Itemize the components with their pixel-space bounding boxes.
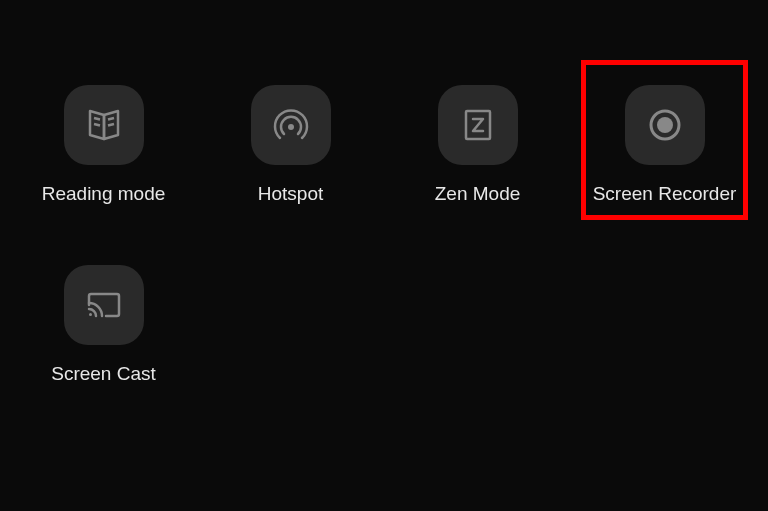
svg-point-8 [89,313,92,316]
svg-line-1 [94,124,100,126]
svg-point-7 [657,117,673,133]
zen-mode-icon [461,108,495,142]
quick-settings-panel: Reading mode Hotspot [0,0,768,385]
svg-line-0 [94,118,100,120]
tile-hotspot: Hotspot [197,85,384,205]
reading-mode-button[interactable] [64,85,144,165]
svg-point-4 [288,124,294,130]
tile-reading-mode: Reading mode [10,85,197,205]
tile-label: Hotspot [258,183,323,205]
screen-cast-icon [84,285,124,325]
tile-label: Zen Mode [435,183,521,205]
tile-screen-cast: Screen Cast [10,265,197,385]
hotspot-button[interactable] [251,85,331,165]
screen-recorder-icon [645,105,685,145]
hotspot-icon [271,105,311,145]
tile-screen-recorder: Screen Recorder [571,85,758,205]
svg-line-2 [108,118,114,120]
tile-label: Screen Cast [51,363,156,385]
svg-line-3 [108,124,114,126]
zen-mode-button[interactable] [438,85,518,165]
screen-recorder-button[interactable] [625,85,705,165]
tile-zen-mode: Zen Mode [384,85,571,205]
reading-mode-icon [84,105,124,145]
tile-label: Reading mode [42,183,166,205]
tile-label: Screen Recorder [593,183,737,205]
screen-cast-button[interactable] [64,265,144,345]
